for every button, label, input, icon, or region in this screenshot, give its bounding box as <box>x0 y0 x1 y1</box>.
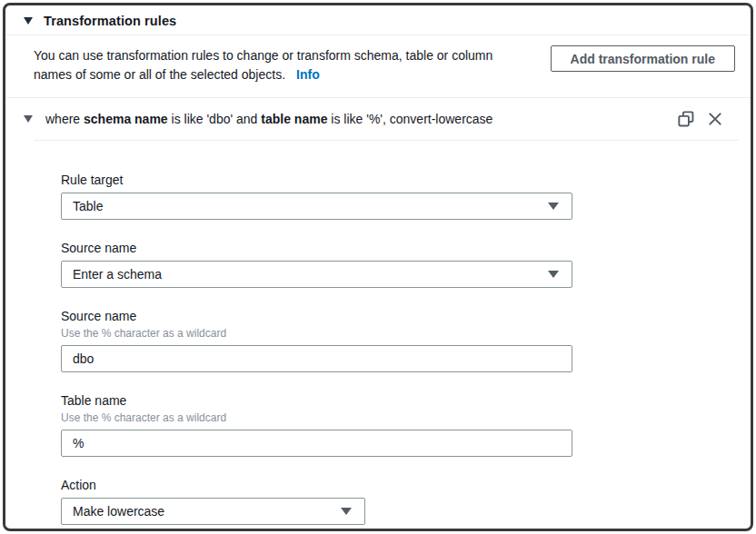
table-name-field: Table name Use the % character as a wild… <box>61 392 751 457</box>
schema-name-helper: Use the % character as a wildcard <box>61 327 751 341</box>
rule-summary-suffix: is like '%', convert-lowercase <box>327 112 492 126</box>
table-name-label: Table name <box>61 392 751 409</box>
table-name-input[interactable] <box>61 430 572 457</box>
rule-target-field: Rule target Table <box>61 172 751 220</box>
triangle-down-icon[interactable] <box>24 17 33 25</box>
description-line-2: names of some or all of the selected obj… <box>34 65 542 84</box>
rule-target-select[interactable]: Table <box>61 193 572 220</box>
rule-summary-text: where schema name is like 'dbo' and tabl… <box>45 112 678 126</box>
action-label: Action <box>61 477 751 493</box>
source-type-label: Source name <box>61 240 751 256</box>
rule-summary-schema-name: schema name <box>84 112 168 126</box>
triangle-down-icon <box>548 271 559 278</box>
rule-summary-table-name: table name <box>261 112 327 126</box>
info-link[interactable]: Info <box>296 67 320 82</box>
schema-name-field: Source name Use the % character as a wil… <box>61 308 751 372</box>
action-select[interactable]: Make lowercase <box>61 498 365 525</box>
triangle-down-icon <box>548 203 559 210</box>
rule-summary-prefix: where <box>45 112 84 126</box>
add-transformation-rule-button[interactable]: Add transformation rule <box>551 45 735 72</box>
description-line-2-text: names of some or all of the selected obj… <box>34 67 285 82</box>
transformation-rules-panel: Transformation rules You can use transfo… <box>3 3 753 531</box>
rule-summary-row: where schema name is like 'dbo' and tabl… <box>5 98 751 140</box>
description-line-1: You can use transformation rules to chan… <box>34 46 542 65</box>
intro-section: You can use transformation rules to chan… <box>5 35 751 97</box>
rule-summary-mid: is like 'dbo' and <box>168 112 262 126</box>
copy-icon[interactable] <box>678 111 694 127</box>
rule-form: Rule target Table Source name Enter a sc… <box>5 141 751 525</box>
panel-header[interactable]: Transformation rules <box>5 5 751 35</box>
rule-target-value: Table <box>73 199 103 213</box>
triangle-down-icon <box>341 508 352 515</box>
schema-name-label: Source name <box>61 308 751 324</box>
triangle-down-icon[interactable] <box>24 115 33 123</box>
source-type-value: Enter a schema <box>73 267 162 282</box>
source-type-select[interactable]: Enter a schema <box>61 261 572 288</box>
panel-title: Transformation rules <box>44 14 176 28</box>
schema-name-input[interactable] <box>61 345 572 372</box>
close-icon[interactable] <box>707 111 723 127</box>
table-name-helper: Use the % character as a wildcard <box>61 411 751 425</box>
rule-actions <box>678 111 723 127</box>
action-value: Make lowercase <box>73 504 164 519</box>
rule-target-label: Rule target <box>61 172 751 188</box>
action-field: Action Make lowercase <box>61 477 751 525</box>
source-type-field: Source name Enter a schema <box>61 240 751 288</box>
